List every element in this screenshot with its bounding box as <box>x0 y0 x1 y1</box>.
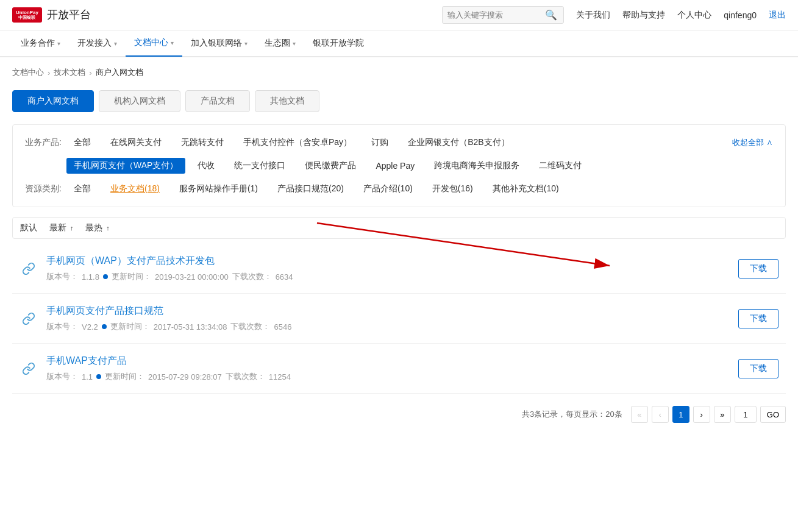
filter-res-interface[interactable]: 产品接口规范(20) <box>270 181 351 197</box>
nav: 业务合作 ▾ 开发接入 ▾ 文档中心 ▾ 加入银联网络 ▾ 生态圈 ▾ 银联开放… <box>0 30 798 57</box>
link-icon-2 <box>22 312 35 325</box>
filter-res-all[interactable]: 全部 <box>66 181 98 197</box>
link-icon-3 <box>22 362 35 375</box>
filter-product-row1: 业务产品: 全部 在线网关支付 无跳转支付 手机支付控件（含安卓Pay） 订购 … <box>25 135 773 151</box>
doc-title-1[interactable]: 手机网页（WAP）支付产品技术开发包 <box>46 255 726 268</box>
doc-title-3[interactable]: 手机WAP支付产品 <box>46 355 726 367</box>
doc-item-3: 手机WAP支付产品 版本号： 1.1 更新时间： 2015-07-29 09:2… <box>12 344 786 394</box>
platform-title: 开放平台 <box>47 7 91 22</box>
dl-label-1: 下载次数： <box>232 271 272 282</box>
doc-meta-1: 版本号： 1.1.8 更新时间： 2019-03-21 00:00:00 下载次… <box>46 271 726 282</box>
dl-label-2: 下载次数： <box>230 321 270 332</box>
filter-res-manual[interactable]: 服务网站操作手册(1) <box>172 181 265 197</box>
version-3: 1.1 <box>82 372 93 381</box>
nav-item-ecosystem[interactable]: 生态圈 ▾ <box>256 30 304 57</box>
doc-icon-1 <box>20 260 38 278</box>
page-next-btn[interactable]: › <box>693 406 710 423</box>
filter-no-jump[interactable]: 无跳转支付 <box>174 135 231 151</box>
help-link[interactable]: 帮助与支持 <box>622 10 665 21</box>
doc-item-2: 手机网页支付产品接口规范 版本号： V2.2 更新时间： 2017-05-31 … <box>12 294 786 344</box>
doc-item-1: 手机网页（WAP）支付产品技术开发包 版本号： 1.1.8 更新时间： 2019… <box>12 244 786 294</box>
page-last-btn[interactable]: » <box>714 406 731 423</box>
filter-wap[interactable]: 手机网页支付（WAP支付） <box>66 158 185 174</box>
filter-all[interactable]: 全部 <box>66 135 98 151</box>
sort-hottest[interactable]: 最热 ↑ <box>85 222 109 233</box>
logout-link[interactable]: 退出 <box>769 10 786 21</box>
breadcrumb: 文档中心 › 技术文档 › 商户入网文档 <box>0 57 798 84</box>
about-link[interactable]: 关于我们 <box>576 10 610 21</box>
doc-info-2: 手机网页支付产品接口规范 版本号： V2.2 更新时间： 2017-05-31 … <box>46 305 726 332</box>
filter-res-intro[interactable]: 产品介绍(10) <box>356 181 420 197</box>
doc-info-3: 手机WAP支付产品 版本号： 1.1 更新时间： 2015-07-29 09:2… <box>46 355 726 382</box>
version-2: V2.2 <box>82 322 98 332</box>
pagination: 共3条记录，每页显示：20条 « ‹ 1 › » GO <box>0 394 798 435</box>
header: UnionPay 中国银联 开放平台 🔍 关于我们 帮助与支持 个人中心 qin… <box>0 0 798 30</box>
filter-cross-border[interactable]: 跨境电商海关申报服务 <box>427 158 527 174</box>
breadcrumb-sep-2: › <box>89 68 91 77</box>
nav-item-development[interactable]: 开发接入 ▾ <box>69 30 126 57</box>
filter-res-biz[interactable]: 业务文档(18) <box>103 181 167 197</box>
filter-res-other[interactable]: 其他补充文档(10) <box>485 181 566 197</box>
filter-area: 业务产品: 全部 在线网关支付 无跳转支付 手机支付控件（含安卓Pay） 订购 … <box>12 124 786 207</box>
nav-label-academy: 银联开放学院 <box>313 38 364 49</box>
dl-label-3: 下载次数： <box>226 371 265 382</box>
doc-icon-2 <box>20 310 38 328</box>
nav-label-join: 加入银联网络 <box>191 38 242 49</box>
download-btn-3[interactable]: 下载 <box>738 359 778 378</box>
personal-center-link[interactable]: 个人中心 <box>677 10 711 21</box>
page-prev-btn[interactable]: ‹ <box>652 406 669 423</box>
tab-institution[interactable]: 机构入网文档 <box>99 90 180 112</box>
tab-merchant[interactable]: 商户入网文档 <box>12 90 94 112</box>
header-right: 🔍 关于我们 帮助与支持 个人中心 qinfeng0 退出 <box>442 6 786 24</box>
filter-unified[interactable]: 统一支付接口 <box>227 158 293 174</box>
page-first-btn[interactable]: « <box>631 406 648 423</box>
search-input[interactable] <box>447 10 545 20</box>
nav-item-join[interactable]: 加入银联网络 ▾ <box>182 30 256 57</box>
page-1-btn[interactable]: 1 <box>672 406 689 423</box>
version-label-2: 版本号： <box>46 321 78 332</box>
tab-other[interactable]: 其他文档 <box>255 90 319 112</box>
doc-download-1: 下载 <box>738 259 778 278</box>
download-btn-1[interactable]: 下载 <box>738 259 778 278</box>
doc-list: 手机网页（WAP）支付产品技术开发包 版本号： 1.1.8 更新时间： 2019… <box>12 244 786 394</box>
tab-product[interactable]: 产品文档 <box>185 90 250 112</box>
nav-arrow-docs: ▾ <box>171 40 174 46</box>
update-time-2: 2017-05-31 13:34:08 <box>154 322 227 332</box>
filter-res-devpack[interactable]: 开发包(16) <box>425 181 480 197</box>
filter-enterprise[interactable]: 企业网银支付（B2B支付） <box>401 135 516 151</box>
breadcrumb-sep-1: › <box>48 68 50 77</box>
filter-order[interactable]: 订购 <box>364 135 396 151</box>
nav-item-cooperation[interactable]: 业务合作 ▾ <box>12 30 69 57</box>
sort-default[interactable]: 默认 <box>20 222 37 233</box>
page-go-btn[interactable]: GO <box>760 406 786 423</box>
download-btn-2[interactable]: 下载 <box>738 309 778 328</box>
filter-online-gateway[interactable]: 在线网关支付 <box>103 135 169 151</box>
filter-qrcode[interactable]: 二维码支付 <box>532 158 589 174</box>
nav-item-academy[interactable]: 银联开放学院 <box>304 30 372 57</box>
logo-box: UnionPay 中国银联 <box>12 7 42 23</box>
filter-utility[interactable]: 便民缴费产品 <box>297 158 363 174</box>
filter-applepay[interactable]: Apple Pay <box>368 158 422 173</box>
filter-collapse[interactable]: 收起全部 ∧ <box>732 137 773 148</box>
sort-newest[interactable]: 最新 ↑ <box>49 222 73 233</box>
doc-download-3: 下载 <box>738 359 778 378</box>
page-number-input[interactable] <box>735 406 757 423</box>
nav-arrow-ecosystem: ▾ <box>293 40 296 47</box>
doc-title-2[interactable]: 手机网页支付产品接口规范 <box>46 305 726 317</box>
nav-item-docs[interactable]: 文档中心 ▾ <box>126 30 182 57</box>
link-icon-1 <box>22 262 35 275</box>
breadcrumb-current: 商户入网文档 <box>96 67 143 78</box>
search-box[interactable]: 🔍 <box>442 6 564 24</box>
filter-resource-row: 资源类别: 全部 业务文档(18) 服务网站操作手册(1) 产品接口规范(20)… <box>25 181 773 197</box>
doc-download-2: 下载 <box>738 309 778 328</box>
product-label: 业务产品: <box>25 137 62 148</box>
breadcrumb-docs[interactable]: 文档中心 <box>12 67 44 78</box>
version-1: 1.1.8 <box>82 272 99 282</box>
doc-info-1: 手机网页（WAP）支付产品技术开发包 版本号： 1.1.8 更新时间： 2019… <box>46 255 726 282</box>
logo-area: UnionPay 中国银联 开放平台 <box>12 7 91 23</box>
filter-mobile-pay[interactable]: 手机支付控件（含安卓Pay） <box>236 135 359 151</box>
filter-agency[interactable]: 代收 <box>190 158 222 174</box>
breadcrumb-tech[interactable]: 技术文档 <box>54 67 85 78</box>
sort-newest-arrow: ↑ <box>70 224 74 232</box>
update-label-1: 更新时间： <box>112 271 151 282</box>
